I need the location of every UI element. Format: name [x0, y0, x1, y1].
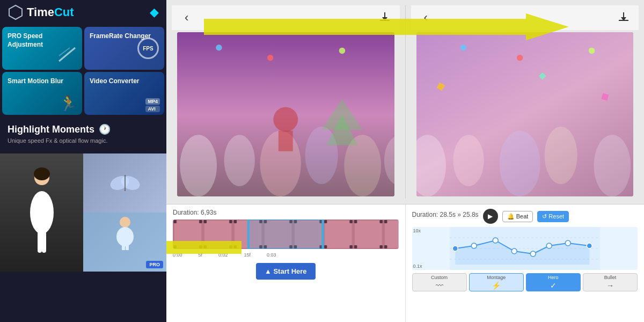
svg-point-50: [588, 48, 594, 54]
highlight-section: Highlight Moments 🕐 Unique speed Fx & op…: [0, 117, 166, 148]
girl-figure-icon: [106, 213, 144, 250]
mode-btn-custom[interactable]: Custom 〰: [412, 273, 467, 291]
svg-rect-6: [42, 231, 46, 253]
play-button[interactable]: ▶: [483, 209, 498, 224]
svg-point-12: [116, 227, 134, 246]
main-content: ‹: [166, 0, 644, 322]
clock-icon: 🕐: [99, 123, 111, 135]
bottom-section: Duration: 6,93s: [166, 204, 644, 322]
yellow-arrow-small: [166, 237, 241, 260]
highlight-title-text: Highlight Moments: [8, 124, 94, 135]
highlight-image-butterfly: [83, 153, 166, 213]
svg-point-11: [120, 217, 130, 228]
svg-rect-65: [322, 219, 324, 249]
svg-point-48: [460, 45, 466, 50]
highlight-right-images: PRO: [83, 153, 166, 272]
svg-point-22: [224, 135, 255, 186]
diamond-icon: ◆: [150, 5, 159, 19]
mode-btn-bullet[interactable]: Bullet →: [583, 273, 638, 291]
svg-point-7: [34, 167, 50, 180]
highlight-images: PRO: [0, 153, 166, 272]
left-back-button[interactable]: ‹: [180, 9, 193, 27]
svg-point-49: [516, 55, 522, 61]
right-download-button[interactable]: [617, 11, 630, 25]
left-video-thumbnail: [177, 32, 394, 196]
mode-btn-montage[interactable]: Montage ⚡: [469, 273, 524, 291]
feature-card-blur[interactable]: Smart Motion Blur 🏃: [2, 72, 82, 115]
left-party-scene: [177, 32, 394, 196]
converter-card-label: Video Converter: [90, 77, 139, 86]
highlight-image-woman: [0, 153, 83, 272]
svg-point-78: [587, 243, 592, 248]
speed-graph-svg: [412, 227, 638, 270]
y-axis-max: 10x: [413, 228, 421, 233]
fps-card-label: FrameRate Changer: [90, 32, 151, 41]
svg-point-32: [216, 45, 222, 50]
hex-icon: [8, 4, 24, 20]
beat-button[interactable]: 🔔 Beat: [502, 211, 533, 222]
svg-rect-14: [126, 244, 129, 250]
svg-point-34: [339, 48, 345, 54]
fps-circle: FPS: [137, 38, 159, 59]
svg-rect-5: [38, 231, 42, 253]
ruler-marker-3: 15f: [244, 252, 251, 258]
svg-point-45: [594, 135, 631, 196]
svg-rect-63: [248, 219, 323, 249]
highlight-image-girl: PRO: [83, 213, 166, 272]
svg-point-42: [453, 135, 484, 186]
butterfly-icon: [109, 167, 141, 199]
mode-hero-label: Hero: [548, 275, 559, 280]
svg-marker-15: [204, 13, 569, 40]
highlight-title: Highlight Moments 🕐: [8, 123, 159, 135]
duration-label-left: Duration: 6,93s: [173, 209, 399, 216]
top-section: ‹: [166, 0, 644, 204]
right-video-thumbnail: [416, 32, 634, 196]
pro-badge: PRO: [146, 261, 163, 268]
svg-marker-0: [9, 5, 22, 19]
svg-point-74: [511, 248, 517, 254]
app-name: TimeCut: [27, 5, 74, 19]
feature-grid: PRO Speed Adjustment FrameRate Changer F…: [0, 25, 166, 117]
mode-montage-label: Montage: [487, 275, 506, 280]
svg-marker-55: [166, 237, 241, 258]
left-video-scene: [177, 32, 394, 196]
y-axis-min: 0.1x: [413, 264, 422, 269]
svg-point-73: [493, 238, 498, 243]
blur-figure-icon: 🏃: [59, 94, 78, 112]
woman-figure-icon: [26, 164, 58, 261]
mode-btn-hero[interactable]: Hero ✓: [526, 273, 581, 291]
svg-point-21: [180, 135, 217, 196]
svg-rect-13: [122, 244, 125, 250]
duration-label-right: Duration: 28.5s » 25.8s: [412, 211, 479, 218]
svg-point-44: [544, 127, 577, 184]
ruler-marker-4: 0:03: [267, 252, 276, 258]
bottom-left-panel: Duration: 6,93s: [166, 204, 406, 322]
download-icon-right: [617, 11, 630, 24]
feature-card-converter[interactable]: Video Converter MP4 AVI: [84, 72, 164, 115]
start-here-button[interactable]: ▲ Start Here: [256, 263, 316, 280]
mode-custom-label: Custom: [431, 275, 448, 280]
app-logo: TimeCut: [8, 4, 74, 20]
mode-buttons: Custom 〰 Montage ⚡ Hero ✓ Bullet →: [412, 273, 638, 291]
svg-point-43: [499, 131, 540, 196]
svg-point-77: [565, 240, 570, 246]
svg-point-33: [267, 55, 273, 61]
right-video-scene: [416, 32, 634, 196]
sidebar: TimeCut ◆ PRO Speed Adjustment FrameRate…: [0, 0, 166, 322]
reset-button[interactable]: ↺ Reset: [537, 211, 569, 222]
svg-rect-30: [279, 131, 293, 151]
speed-card-label: PRO Speed Adjustment: [8, 32, 77, 49]
svg-point-72: [471, 243, 477, 248]
svg-point-29: [273, 107, 298, 132]
bottom-right-panel: Duration: 28.5s » 25.8s ▶ 🔔 Beat ↺ Reset…: [406, 204, 645, 322]
feature-card-speed[interactable]: PRO Speed Adjustment: [2, 27, 82, 70]
highlight-subtitle: Unique speed Fx & optical flow magic.: [8, 137, 159, 144]
svg-point-76: [546, 243, 552, 248]
svg-point-71: [452, 246, 458, 251]
blur-card-label: Smart Motion Blur: [8, 77, 63, 86]
converter-badges: MP4 AVI: [145, 98, 160, 112]
svg-point-4: [30, 191, 54, 234]
feature-card-fps[interactable]: FrameRate Changer FPS: [84, 27, 164, 70]
svg-point-75: [530, 251, 536, 257]
speed-panel-header: Duration: 28.5s » 25.8s ▶ 🔔 Beat ↺ Reset: [412, 209, 638, 224]
